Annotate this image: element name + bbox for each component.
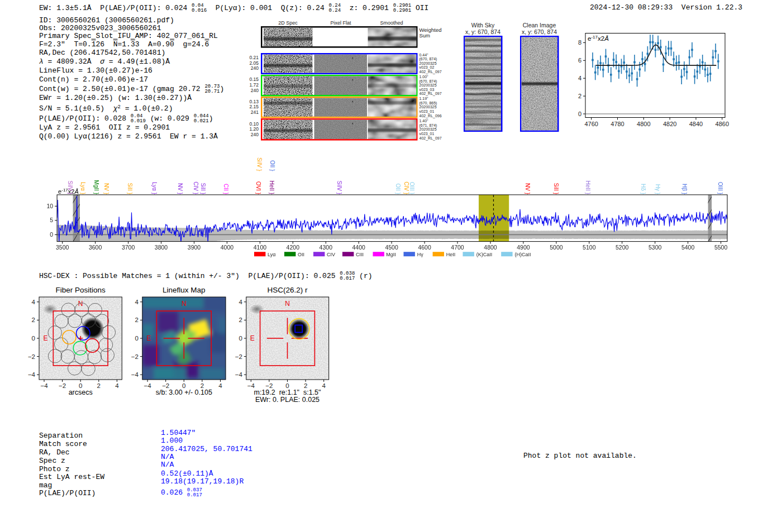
svg-text:CIV }: CIV }: [193, 181, 199, 194]
svg-text:0: 0: [135, 335, 138, 342]
svg-text:CIV: CIV: [327, 252, 335, 257]
svg-text:0: 0: [239, 335, 242, 342]
svg-text:OII }: OII }: [395, 184, 401, 195]
svg-text:4800: 4800: [484, 244, 497, 251]
svg-text:m:19.2 re:1.1" s:1.5": m:19.2 re:1.1" s:1.5": [254, 389, 321, 396]
svg-text:−2: −2: [59, 382, 66, 389]
svg-text:E: E: [43, 334, 47, 342]
svg-text:4000: 4000: [221, 244, 234, 251]
svg-text:OIII }: OIII }: [409, 182, 415, 195]
svg-text:4: 4: [32, 299, 36, 305]
svg-text:5300: 5300: [649, 244, 662, 251]
svg-text:E: E: [250, 334, 255, 342]
svg-text:NV }: NV }: [177, 183, 183, 195]
svg-text:0: 0: [32, 335, 35, 342]
svg-text:N: N: [182, 300, 187, 308]
svg-text:5: 5: [50, 217, 53, 223]
svg-text:HeII: HeII: [446, 252, 456, 257]
svg-text:CII }: CII }: [223, 184, 229, 195]
svg-text:−2: −2: [28, 353, 35, 360]
svg-text:CIII: CIII: [356, 252, 364, 257]
svg-text:OII }: OII }: [269, 160, 275, 171]
svg-text:OII: OII: [298, 252, 304, 257]
svg-text:5000: 5000: [550, 244, 563, 251]
svg-text:−4: −4: [40, 382, 48, 389]
svg-text:3500: 3500: [56, 244, 69, 251]
svg-text:2: 2: [239, 317, 242, 323]
svg-text:4840: 4840: [689, 121, 703, 127]
svg-text:HSC(26.2) r: HSC(26.2) r: [267, 286, 308, 294]
svg-text:8: 8: [578, 39, 581, 46]
svg-text:4860: 4860: [716, 121, 729, 127]
svg-text:SiIV }: SiIV }: [256, 157, 263, 171]
svg-text:−4: −4: [131, 371, 139, 378]
svg-text:4: 4: [239, 299, 242, 305]
svg-text:4900: 4900: [517, 244, 530, 251]
svg-text:5400: 5400: [681, 244, 695, 251]
svg-text:Fiber Positions: Fiber Positions: [56, 286, 106, 294]
svg-text:MgII: MgII: [386, 252, 396, 257]
svg-text:4: 4: [135, 299, 139, 305]
svg-text:4760: 4760: [584, 121, 598, 127]
svg-text:NV }: NV }: [524, 183, 531, 195]
svg-text:SiII }: SiII }: [553, 183, 559, 194]
svg-text:4820: 4820: [663, 121, 676, 127]
svg-text:Lyα }: Lyα }: [151, 182, 158, 195]
svg-text:4: 4: [322, 382, 326, 389]
svg-text:s/b: 3.00 +/- 0.105: s/b: 3.00 +/- 0.105: [156, 389, 212, 396]
svg-text:3800: 3800: [155, 244, 168, 251]
svg-text:4600: 4600: [418, 244, 431, 251]
svg-text:2: 2: [135, 317, 138, 323]
svg-text:10: 10: [46, 203, 53, 209]
svg-text:4300: 4300: [320, 244, 333, 251]
svg-text:2: 2: [32, 317, 35, 323]
svg-text:MgII }: MgII }: [93, 180, 99, 194]
svg-text:0: 0: [50, 231, 53, 238]
svg-text:SiIV }: SiIV }: [67, 181, 73, 195]
svg-text:Hβ }: Hβ }: [681, 184, 688, 195]
svg-text:4100: 4100: [254, 244, 267, 251]
svg-text:Hγ }: Hγ }: [655, 184, 661, 195]
svg-text:OVI }: OVI }: [255, 181, 261, 195]
svg-text:SiIV }: SiIV }: [336, 181, 342, 195]
svg-text:3900: 3900: [188, 244, 201, 251]
svg-text:4200: 4200: [287, 244, 300, 251]
svg-text:−4: −4: [144, 382, 152, 389]
svg-text:Lineflux Map: Lineflux Map: [163, 286, 206, 294]
svg-text:3600: 3600: [89, 244, 102, 251]
svg-text:−4: −4: [28, 371, 36, 378]
svg-text:Lyα: Lyα: [268, 252, 275, 257]
svg-text:3700: 3700: [122, 244, 135, 251]
svg-text:SiII }: SiII }: [200, 183, 206, 194]
svg-text:0: 0: [578, 111, 581, 117]
svg-text:Hγ: Hγ: [417, 252, 423, 257]
svg-text:4: 4: [218, 382, 222, 389]
svg-text:Lyα }: Lyα }: [80, 182, 86, 195]
svg-text:4: 4: [578, 75, 581, 82]
svg-text:4800: 4800: [637, 121, 650, 127]
svg-text:4: 4: [115, 382, 119, 389]
svg-text:OIII }: OIII }: [717, 182, 723, 195]
svg-text:4780: 4780: [611, 121, 624, 127]
svg-text:4400: 4400: [352, 244, 366, 251]
svg-text:5100: 5100: [583, 244, 596, 251]
svg-text:EWr: 0. PLAE: 0.025: EWr: 0. PLAE: 0.025: [255, 396, 320, 404]
svg-text:N: N: [285, 300, 290, 308]
svg-text:NV }: NV }: [103, 183, 109, 195]
svg-text:HeII }: HeII }: [585, 181, 591, 195]
svg-text:−2: −2: [131, 353, 139, 360]
svg-text:(H)CaII: (H)CaII: [514, 252, 531, 257]
svg-text:arcsecs: arcsecs: [69, 389, 93, 396]
svg-text:CIV }: CIV }: [403, 181, 409, 194]
svg-text:5200: 5200: [616, 244, 629, 251]
svg-text:4500: 4500: [385, 244, 398, 251]
svg-text:−4: −4: [235, 371, 243, 378]
svg-text:6: 6: [578, 57, 581, 64]
svg-text:Hδ }: Hδ }: [640, 184, 646, 195]
svg-text:4700: 4700: [451, 244, 464, 251]
svg-text:e-17x2Å: e-17x2Å: [588, 35, 609, 42]
svg-text:−2: −2: [235, 353, 242, 360]
svg-text:E: E: [146, 334, 151, 342]
svg-text:2: 2: [97, 382, 101, 389]
svg-text:HeII }: HeII }: [269, 181, 275, 195]
